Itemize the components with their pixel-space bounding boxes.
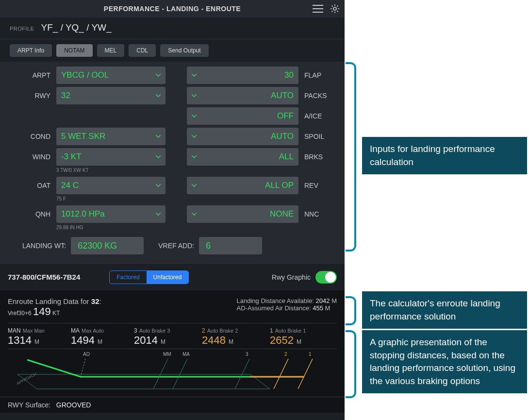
aircraft-type: 737-800/CFM56-7B24 [8, 273, 80, 281]
brake-ab1: 1Auto Brake 1 2652 M [270, 327, 333, 347]
chevron-down-icon [192, 184, 197, 187]
rwy-surface-value: GROOVED [56, 401, 91, 409]
spoil-value: AUTO [271, 132, 294, 141]
vref-add-label: VREF ADD: [158, 242, 194, 250]
brks-value: ALL [279, 152, 294, 162]
wind-value: -3 KT [61, 152, 82, 162]
brks-select[interactable]: ALL [187, 148, 298, 166]
rev-value: ALL OP [265, 181, 294, 190]
wind-select[interactable]: -3 KT [56, 148, 165, 166]
factored-button[interactable]: Factored [110, 271, 146, 284]
brace-graphic [346, 330, 356, 398]
rwy-surface-label: RWY Surface: [8, 401, 50, 409]
vref-add-input[interactable]: 6 [199, 237, 262, 254]
chevron-down-icon [156, 135, 161, 138]
nnc-label: NNC [302, 210, 331, 218]
tab-arpt-info[interactable]: ARPT Info [10, 44, 52, 57]
brks-label: BRKS [302, 153, 331, 161]
arpt-value: YBCG / OOL [61, 70, 109, 80]
nnc-select[interactable]: NONE [187, 205, 298, 223]
chevron-down-icon [156, 74, 161, 77]
svg-text:MM: MM [163, 352, 171, 357]
nnc-value: NONE [270, 209, 294, 219]
brace-inputs [346, 62, 356, 252]
rwy-surface-row: RWY Surface: GROOVED [0, 397, 345, 413]
rwy-graphic-toggle[interactable] [315, 271, 337, 284]
aice-select[interactable]: OFF [187, 107, 298, 125]
svg-text:MA: MA [182, 352, 190, 357]
qnh-select[interactable]: 1012.0 HPa [56, 205, 165, 223]
rwy-graphic-label: Rwy Graphic [272, 273, 311, 281]
results-panel: Enroute Landing Data for 32: Vref30+6 14… [0, 290, 345, 397]
chevron-down-icon [192, 94, 197, 97]
brake-ma: MAMax Auto 1494 M [71, 327, 129, 347]
brake-ab3: 3Auto Brake 3 2014 M [134, 327, 197, 347]
wind-subtext: 3 TW/0 XW KT [56, 168, 341, 173]
annotation-inputs: Inputs for landing performance calculati… [362, 137, 527, 174]
oat-subtext: 75 F [56, 196, 341, 202]
factored-toggle: Factored Unfactored [109, 270, 189, 284]
flap-value: 30 [284, 70, 294, 80]
chevron-down-icon [192, 155, 197, 158]
menu-icon[interactable] [313, 5, 323, 13]
chevron-down-icon [192, 74, 197, 77]
rwy-select[interactable]: 32 [56, 87, 165, 104]
svg-text:1: 1 [309, 352, 312, 357]
gear-icon[interactable] [330, 4, 340, 14]
tab-notam[interactable]: NOTAM [56, 44, 92, 57]
chevron-down-icon [192, 213, 197, 216]
ad-readout: AD-Assumed Air Distance: 455 M [237, 304, 337, 312]
aice-label: A/ICE [302, 112, 331, 120]
wind-label: WIND [4, 153, 52, 161]
qnh-subtext: 29.88 IN HG [56, 225, 341, 230]
annotation-solution: The calculator's enroute landing perform… [362, 291, 527, 329]
chevron-down-icon [192, 115, 197, 118]
brake-man: MANMax Man 1314 M [8, 327, 66, 347]
svg-text:2: 2 [284, 352, 287, 357]
oat-label: OAT [4, 182, 52, 189]
spoil-select[interactable]: AUTO [187, 128, 298, 145]
cond-label: COND [4, 133, 52, 140]
rwy-label: RWY [4, 92, 52, 100]
svg-text:APPROACH: APPROACH [16, 372, 37, 386]
unfactored-button[interactable]: Unfactored [147, 271, 189, 284]
chevron-down-icon [156, 94, 161, 97]
tab-bar: ARPT Info NOTAM MEL CDL Send Output [0, 39, 345, 62]
tab-cdl[interactable]: CDL [129, 44, 156, 57]
tab-send-output[interactable]: Send Output [160, 44, 208, 57]
titlebar: PERFORMANCE - LANDING - ENROUTE [0, 0, 345, 17]
qnh-label: QNH [4, 210, 52, 218]
landing-wt-input[interactable]: 62300 KG [71, 237, 144, 254]
cond-select[interactable]: 5 WET SKR [56, 128, 165, 145]
brace-solution [346, 296, 356, 325]
flap-label: FLAP [302, 71, 331, 79]
chevron-down-icon [156, 213, 161, 216]
rev-select[interactable]: ALL OP [187, 177, 298, 194]
input-form: ARPT YBCG / OOL 30 FLAP RWY 32 AUTO [0, 62, 345, 263]
svg-text:AD: AD [83, 352, 90, 357]
profile-row: PROFILE YF_ / YQ_ / YW_ [0, 17, 345, 39]
flap-select[interactable]: 30 [187, 67, 298, 84]
titlebar-icons [313, 0, 340, 17]
aice-value: OFF [277, 111, 294, 121]
app-panel: PERFORMANCE - LANDING - ENROUTE PROFILE … [0, 0, 345, 420]
chevron-down-icon [192, 135, 197, 138]
packs-select[interactable]: AUTO [187, 87, 298, 104]
runway-graphic: AD MM MA 3 2 1 APPROACH [8, 350, 337, 394]
arpt-label: ARPT [4, 71, 52, 79]
lda-readout: Landing Distance Available: 2042 M [237, 297, 337, 304]
landing-wt-label: LANDING WT: [22, 242, 66, 250]
rev-label: REV [302, 182, 331, 189]
vref-readout: Vref30+6 149 KT [8, 305, 101, 318]
cond-value: 5 WET SKR [61, 132, 105, 141]
oat-select[interactable]: 24 C [56, 177, 165, 194]
oat-value: 24 C [61, 181, 79, 190]
tab-mel[interactable]: MEL [97, 44, 125, 57]
svg-text:3: 3 [246, 352, 248, 357]
chevron-down-icon [156, 155, 161, 158]
svg-point-0 [333, 7, 336, 10]
vref-add-value: 6 [206, 241, 211, 251]
rwy-value: 32 [61, 91, 70, 101]
results-title: Enroute Landing Data for 32: [8, 297, 101, 305]
arpt-select[interactable]: YBCG / OOL [56, 67, 165, 84]
